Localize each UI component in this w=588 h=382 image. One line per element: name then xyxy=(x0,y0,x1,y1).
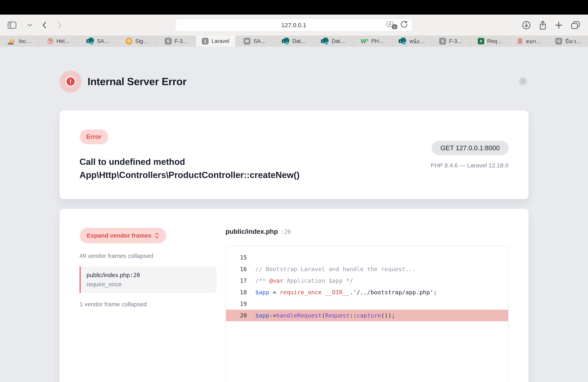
browser-tab[interactable]: sหนัง… xyxy=(392,36,431,47)
sharepoint-icon: s xyxy=(321,38,329,45)
browser-tab[interactable]: sDat… xyxy=(274,36,314,47)
page-header: ! Internal Server Error xyxy=(60,47,529,93)
translate-icon[interactable]: A x xyxy=(387,21,397,29)
downloads-icon[interactable] xyxy=(522,21,531,30)
version-info: PHP 8.4.6 — Laravel 12.18.0 xyxy=(431,162,509,169)
stack-trace-card: Expand vendor frames 49 vendor frames co… xyxy=(60,209,529,382)
frame-function: require_once xyxy=(87,281,210,288)
tab-label: Req… xyxy=(487,38,503,44)
sidebar-toggle-icon[interactable] xyxy=(8,21,16,29)
sidebar-chevron-down-icon[interactable] xyxy=(27,23,32,27)
line-number: 16 xyxy=(226,266,247,272)
browser-tab[interactable]: SF-3… xyxy=(431,36,471,47)
new-tab-icon[interactable] xyxy=(555,21,563,29)
tab-label: PH… xyxy=(371,38,384,44)
line-number: 19 xyxy=(226,301,247,307)
laravel-error-page: ! Internal Server Error Error Call to un… xyxy=(0,47,588,382)
chevron-up-down-icon xyxy=(155,232,159,239)
code-file-header: public/index.php :20 xyxy=(226,228,509,235)
code-line-16: 16// Bootstrap Laravel and handle the re… xyxy=(226,263,508,275)
excel-icon: X xyxy=(478,38,484,44)
browser-tab[interactable]: SF-3… xyxy=(157,36,196,47)
url-text: 127.0.0.1 xyxy=(281,22,306,29)
w3-icon: W³ xyxy=(361,38,368,45)
code-line-18: 18$app = require_once __DIR__.'/../boots… xyxy=(226,286,508,298)
tab-label: SA… xyxy=(253,38,266,44)
forward-button-icon[interactable] xyxy=(57,21,63,29)
letter-icon: S xyxy=(439,38,446,45)
tab-label: บึงเว… xyxy=(565,37,582,46)
browser-tab[interactable]: XReq… xyxy=(471,36,510,47)
browser-tab[interactable]: ดอก… xyxy=(510,36,549,47)
code-preview-pane: public/index.php :20 1516// Bootstrap La… xyxy=(226,228,509,382)
back-button-icon[interactable] xyxy=(42,21,47,29)
tab-label: ดอก… xyxy=(526,37,541,46)
browser-tab[interactable]: PMAloc… xyxy=(0,36,39,47)
theme-toggle-sun-icon[interactable] xyxy=(519,77,527,86)
tab-label: หนัง… xyxy=(409,37,424,46)
browser-toolbar: 127.0.0.1 A x xyxy=(0,15,588,36)
tab-label: F-3… xyxy=(175,38,188,44)
tab-label: Dat… xyxy=(293,38,306,44)
letter-icon: S xyxy=(165,38,172,45)
tab-label: Dat… xyxy=(332,38,345,44)
browser-tab[interactable]: Gบึงเว… xyxy=(549,36,588,47)
expand-vendor-frames-button[interactable]: Expand vendor frames xyxy=(80,228,166,243)
code-line-17: 17/** @var Application $app */ xyxy=(226,275,508,286)
request-badge: GET 127.0.0.1:8000 xyxy=(432,141,509,155)
code-block: 1516// Bootstrap Laravel and handle the … xyxy=(226,246,509,382)
browser-tab[interactable]: Hel… xyxy=(39,36,78,47)
file-line-number: :20 xyxy=(281,229,291,235)
browser-tab[interactable]: MSA… xyxy=(235,36,274,47)
letter-icon: G xyxy=(555,38,562,45)
tab-label: loc… xyxy=(19,38,31,44)
line-number: 20 xyxy=(226,312,247,319)
sharepoint-icon: s xyxy=(399,38,406,45)
code-line-19: 19 xyxy=(226,298,508,310)
frame-file: public/index.php:20 xyxy=(87,272,210,279)
collapsed-frames-note: 1 vendor frame collapsed xyxy=(80,301,217,308)
tab-overview-icon[interactable] xyxy=(571,21,580,29)
letter-icon: M xyxy=(244,38,251,45)
share-icon[interactable] xyxy=(539,20,547,30)
tab-label: Laravel xyxy=(211,38,230,44)
code-line-15: 15 xyxy=(226,252,508,263)
browser-tab[interactable]: 1Laravel xyxy=(196,36,235,47)
browser-tab[interactable]: W³PH… xyxy=(353,36,392,47)
laravel-icon xyxy=(47,38,53,44)
sharepoint-icon: s xyxy=(282,38,289,45)
error-summary-card: Error Call to undefined method App\Http\… xyxy=(60,111,529,199)
tab-label: Hel… xyxy=(56,38,70,44)
frames-sidebar: Expand vendor frames 49 vendor frames co… xyxy=(80,228,217,382)
error-alert-icon: ! xyxy=(60,71,82,93)
stack-frame-item[interactable]: public/index.php:20 require_once xyxy=(80,267,217,293)
pma-icon: PMA xyxy=(8,38,16,45)
error-message: Call to undefined method App\Http\Contro… xyxy=(80,155,372,182)
tab-label: SA… xyxy=(97,38,110,44)
page-title: Internal Server Error xyxy=(88,76,187,88)
browser-tab[interactable]: sDat… xyxy=(314,36,353,47)
address-bar[interactable]: 127.0.0.1 A x xyxy=(175,19,413,32)
error-badge: Error xyxy=(80,130,108,144)
file-path: public/index.php xyxy=(226,228,278,235)
tab-strip: PMAloc…Hel…SSA…Sig…SF-3…1LaravelMSA…sDat… xyxy=(0,36,588,47)
tab-label: F-3… xyxy=(449,38,462,44)
chevrons-icon xyxy=(517,38,523,44)
line-number: 15 xyxy=(226,254,247,261)
code-line-20: 20$app->handleRequest(Request::capture()… xyxy=(226,310,508,321)
line-number: 17 xyxy=(226,277,247,284)
letter-icon: 1 xyxy=(202,38,209,45)
browser-tab[interactable]: Sig… xyxy=(118,36,157,47)
toolbar-divider xyxy=(21,21,22,30)
sharepoint-icon: S xyxy=(86,38,94,45)
medallion-icon xyxy=(126,38,132,44)
tab-label: Sig… xyxy=(135,38,148,44)
macos-menubar-black xyxy=(0,0,588,15)
collapsed-frames-note: 49 vendor frames collapsed xyxy=(80,252,217,259)
browser-tab[interactable]: SSA… xyxy=(78,36,118,47)
reload-icon[interactable] xyxy=(400,20,408,30)
line-number: 18 xyxy=(226,289,247,296)
